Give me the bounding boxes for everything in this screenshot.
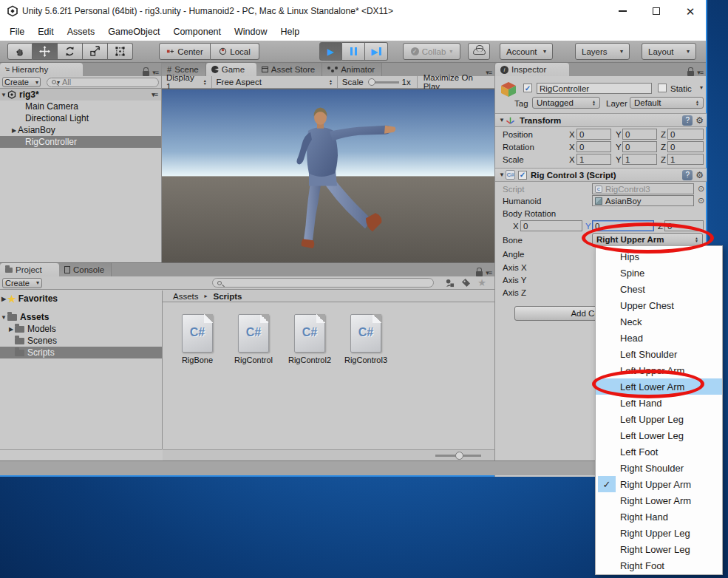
panel-menu-icon[interactable]: ▾≡ xyxy=(486,269,491,276)
hand-tool-button[interactable] xyxy=(7,43,33,60)
breadcrumb-scripts[interactable]: Scripts xyxy=(214,292,242,301)
bone-option-upper-chest[interactable]: Upper Chest xyxy=(596,297,722,313)
bone-option-hips[interactable]: Hips xyxy=(596,248,722,265)
rotation-z-field[interactable]: 0 xyxy=(667,141,704,152)
tab-hierarchy[interactable]: '≡ Hierarchy xyxy=(0,63,83,76)
component-enabled-checkbox[interactable]: ✓ xyxy=(518,171,527,180)
hierarchy-search-input[interactable]: ▾ All xyxy=(47,78,159,87)
cloud-button[interactable] xyxy=(468,43,490,60)
tab-animator[interactable]: Animator xyxy=(322,63,382,76)
menu-help[interactable]: Help xyxy=(273,24,306,40)
rotation-y-field[interactable]: 0 xyxy=(622,141,657,152)
project-create-button[interactable]: Create▾ xyxy=(2,278,42,288)
bone-option-left-foot[interactable]: Left Foot xyxy=(596,443,722,460)
bone-option-spine[interactable]: Spine xyxy=(596,265,722,281)
tab-console[interactable]: Console xyxy=(59,263,112,276)
display-dropdown[interactable]: Display 1 ▲▼ xyxy=(162,76,212,88)
move-tool-button[interactable] xyxy=(33,43,58,60)
rect-tool-button[interactable] xyxy=(108,43,133,60)
maximize-on-play-button[interactable]: Maximize On Play xyxy=(417,76,494,88)
project-favorites-row[interactable]: ▶ ★ Favorites xyxy=(0,293,162,305)
project-file-rigcontrol2[interactable]: C#RigControl2 xyxy=(284,314,336,364)
slider-thumb[interactable] xyxy=(368,78,375,86)
help-icon[interactable]: ? xyxy=(682,115,693,126)
panel-menu-icon[interactable]: ▾≡ xyxy=(152,69,158,76)
lock-icon[interactable] xyxy=(687,71,694,76)
object-picker-icon[interactable]: ⊙ xyxy=(698,184,704,194)
hierarchy-item-rigcontroller[interactable]: RigController xyxy=(0,136,161,148)
favorites-star-icon[interactable]: ★ xyxy=(477,277,486,288)
scale-x-field[interactable]: 1 xyxy=(576,154,611,165)
bone-option-left-shoulder[interactable]: Left Shoulder xyxy=(596,346,722,362)
project-search-input[interactable] xyxy=(212,278,434,288)
transform-header[interactable]: ▼ Transform ? ⚙ xyxy=(495,113,707,127)
hierarchy-item-main-camera[interactable]: Main Camera xyxy=(0,101,161,112)
menu-assets[interactable]: Assets xyxy=(61,24,102,40)
account-dropdown[interactable]: Account▾ xyxy=(500,43,553,60)
position-z-field[interactable]: 0 xyxy=(667,129,704,140)
gear-icon[interactable]: ⚙ xyxy=(695,170,704,180)
active-checkbox[interactable]: ✓ xyxy=(523,84,532,92)
rotation-x-field[interactable]: 0 xyxy=(576,141,611,152)
rig-control-header[interactable]: ▼ C# ✓ Rig Control 3 (Script) ? ⚙ xyxy=(495,168,707,182)
menu-gameobject[interactable]: GameObject xyxy=(101,24,166,40)
bone-option-right-lower-arm[interactable]: Right Lower Arm xyxy=(596,492,722,509)
step-button[interactable]: ▶ xyxy=(365,42,388,61)
panel-menu-icon[interactable]: ▾≡ xyxy=(697,69,703,76)
rotate-tool-button[interactable] xyxy=(58,43,83,60)
scale-y-field[interactable]: 1 xyxy=(622,154,657,165)
position-x-field[interactable]: 0 xyxy=(576,129,611,140)
static-checkbox[interactable] xyxy=(658,84,667,92)
project-tree-scenes[interactable]: Scenes xyxy=(0,335,162,347)
tab-asset-store[interactable]: Asset Store xyxy=(256,63,322,76)
bone-option-neck[interactable]: Neck xyxy=(596,313,722,330)
menu-edit[interactable]: Edit xyxy=(31,24,61,40)
search-by-type-icon[interactable] xyxy=(445,279,455,288)
close-button[interactable]: ✕ xyxy=(675,0,706,22)
pivot-center-button[interactable]: Center xyxy=(159,43,211,60)
menu-component[interactable]: Component xyxy=(166,24,228,40)
scale-tool-button[interactable] xyxy=(83,43,108,60)
project-tree-models[interactable]: ▶ Models xyxy=(0,323,162,335)
aspect-dropdown[interactable]: Free Aspect ▲▼ xyxy=(212,76,338,88)
bone-option-head[interactable]: Head xyxy=(596,330,722,346)
tab-game[interactable]: Game xyxy=(206,63,256,76)
foldout-closed-icon[interactable]: ▶ xyxy=(0,296,7,302)
layers-dropdown[interactable]: Layers▾ xyxy=(575,43,630,60)
pivot-local-button[interactable]: Local xyxy=(211,43,259,60)
bone-option-left-upper-leg[interactable]: Left Upper Leg xyxy=(596,411,722,427)
foldout-open-icon[interactable]: ▼ xyxy=(498,117,506,123)
bone-option-right-upper-arm[interactable]: ✓Right Upper Arm xyxy=(596,476,722,492)
foldout-open-icon[interactable]: ▼ xyxy=(0,314,7,321)
body-rotation-x-field[interactable]: 0 xyxy=(520,220,582,231)
maximize-button[interactable] xyxy=(641,0,672,22)
bone-option-left-lower-arm[interactable]: Left Lower Arm xyxy=(596,378,722,395)
bone-option-right-lower-leg[interactable]: Right Lower Leg xyxy=(596,541,722,557)
lock-icon[interactable] xyxy=(476,271,483,276)
gameobject-name-field[interactable]: RigController xyxy=(537,83,652,94)
tag-dropdown[interactable]: Untagged ▲▼ xyxy=(532,97,600,109)
gear-icon[interactable]: ⚙ xyxy=(695,115,704,126)
tab-inspector[interactable]: i Inspector xyxy=(495,63,569,76)
script-object-field[interactable]: C RigControl3 xyxy=(592,183,694,194)
play-button[interactable]: ▶ xyxy=(319,42,342,61)
foldout-closed-icon[interactable]: ▶ xyxy=(10,127,18,134)
tab-project[interactable]: Project xyxy=(0,263,59,276)
menu-window[interactable]: Window xyxy=(228,24,273,40)
project-tree-scripts[interactable]: Scripts xyxy=(0,347,162,358)
body-rotation-y-field[interactable]: 0 xyxy=(592,220,654,231)
scene-menu-icon[interactable]: ▾≡ xyxy=(152,91,161,98)
bone-option-right-hand[interactable]: Right Hand xyxy=(596,509,722,525)
breadcrumb-assets[interactable]: Assets xyxy=(173,292,199,301)
help-icon[interactable]: ? xyxy=(682,170,693,180)
body-rotation-z-field[interactable]: 0 xyxy=(664,220,704,231)
foldout-open-icon[interactable]: ▼ xyxy=(498,171,506,178)
object-picker-icon[interactable]: ⊙ xyxy=(698,196,704,205)
bone-option-left-hand[interactable]: Left Hand xyxy=(596,395,722,411)
layer-dropdown[interactable]: Default ▲▼ xyxy=(630,97,704,109)
hierarchy-item-asianboy[interactable]: ▶ AsianBoy xyxy=(0,124,161,136)
position-y-field[interactable]: 0 xyxy=(622,129,657,140)
minimize-button[interactable] xyxy=(607,0,638,22)
project-file-rigcontrol[interactable]: C#RigControl xyxy=(228,314,279,364)
scale-z-field[interactable]: 1 xyxy=(667,154,704,165)
